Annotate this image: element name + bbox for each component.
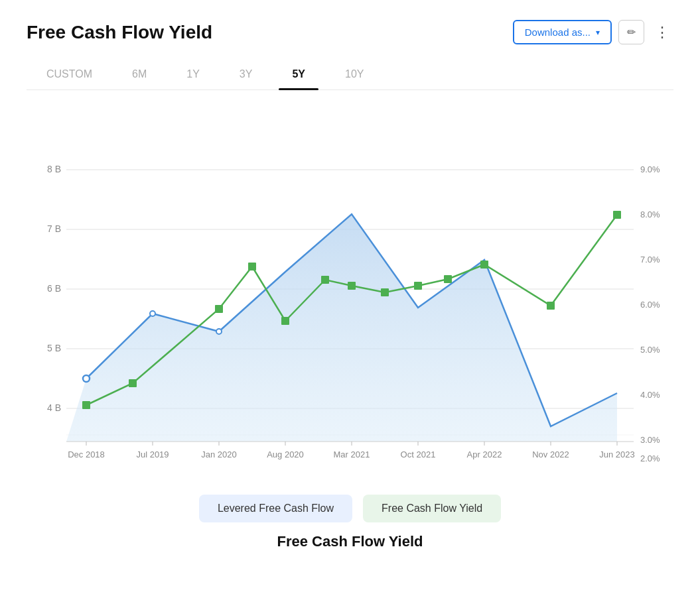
chart-svg: 8 B 7 B 6 B 5 B 4 B 9.0% 8.0% 7.0% 6.0% … xyxy=(27,103,673,475)
svg-rect-32 xyxy=(444,275,452,283)
svg-text:2.0%: 2.0% xyxy=(640,453,660,463)
svg-rect-25 xyxy=(215,305,223,313)
more-options-button[interactable]: ⋮ xyxy=(651,21,673,44)
svg-point-21 xyxy=(150,311,155,316)
svg-rect-24 xyxy=(129,379,137,387)
tab-1y[interactable]: 1Y xyxy=(167,63,220,90)
tab-3y[interactable]: 3Y xyxy=(220,63,273,90)
chart-legend: Levered Free Cash Flow Free Cash Flow Yi… xyxy=(27,495,673,522)
svg-rect-31 xyxy=(414,282,422,290)
svg-text:4 B: 4 B xyxy=(47,402,61,413)
svg-text:6.0%: 6.0% xyxy=(640,300,660,310)
time-range-tabs: CUSTOM 6M 1Y 3Y 5Y 10Y xyxy=(27,63,673,90)
chart-bottom-title: Free Cash Flow Yield xyxy=(27,533,673,550)
svg-text:Nov 2022: Nov 2022 xyxy=(532,450,569,459)
svg-text:4.0%: 4.0% xyxy=(640,390,660,400)
svg-text:Mar 2021: Mar 2021 xyxy=(334,450,370,459)
svg-rect-28 xyxy=(321,276,329,284)
svg-point-22 xyxy=(216,329,222,334)
svg-rect-23 xyxy=(82,401,90,409)
legend-fcf-yield[interactable]: Free Cash Flow Yield xyxy=(363,495,501,522)
svg-rect-26 xyxy=(248,263,256,270)
svg-text:9.0%: 9.0% xyxy=(640,164,660,174)
svg-marker-19 xyxy=(66,214,617,442)
download-label: Download as... xyxy=(525,27,591,38)
chart-title: Free Cash Flow Yield xyxy=(27,22,212,43)
header-actions: Download as... ▾ ✏ ⋮ xyxy=(513,20,673,44)
svg-rect-33 xyxy=(480,261,488,269)
svg-text:Oct 2021: Oct 2021 xyxy=(401,450,436,459)
legend-levered-fcf[interactable]: Levered Free Cash Flow xyxy=(199,495,352,522)
svg-point-20 xyxy=(83,375,90,382)
chevron-down-icon: ▾ xyxy=(596,28,600,37)
svg-text:Dec 2018: Dec 2018 xyxy=(68,450,105,459)
more-icon: ⋮ xyxy=(655,24,669,40)
tab-6m[interactable]: 6M xyxy=(112,63,167,90)
edit-button[interactable]: ✏ xyxy=(618,20,644,44)
svg-rect-35 xyxy=(613,211,621,219)
svg-text:7 B: 7 B xyxy=(47,223,61,234)
tab-5y[interactable]: 5Y xyxy=(272,63,325,90)
svg-rect-27 xyxy=(281,317,289,325)
svg-text:6 B: 6 B xyxy=(47,283,61,294)
svg-rect-34 xyxy=(547,302,555,310)
svg-text:8 B: 8 B xyxy=(47,164,61,174)
svg-text:5.0%: 5.0% xyxy=(640,345,660,355)
tab-custom[interactable]: CUSTOM xyxy=(27,63,112,90)
svg-text:5 B: 5 B xyxy=(47,343,61,353)
svg-text:7.0%: 7.0% xyxy=(640,255,660,265)
svg-text:Apr 2022: Apr 2022 xyxy=(467,450,502,459)
edit-icon: ✏ xyxy=(627,26,636,38)
svg-text:Jun 2023: Jun 2023 xyxy=(599,450,635,459)
svg-text:Jul 2019: Jul 2019 xyxy=(136,450,169,459)
legend-levered-fcf-label: Levered Free Cash Flow xyxy=(218,503,334,514)
page-header: Free Cash Flow Yield Download as... ▾ ✏ … xyxy=(27,20,673,44)
svg-text:Jan 2020: Jan 2020 xyxy=(201,450,237,459)
legend-fcf-yield-label: Free Cash Flow Yield xyxy=(382,503,482,514)
svg-text:Aug 2020: Aug 2020 xyxy=(267,450,304,459)
chart-container: 8 B 7 B 6 B 5 B 4 B 9.0% 8.0% 7.0% 6.0% … xyxy=(27,103,673,475)
download-button[interactable]: Download as... ▾ xyxy=(513,20,612,44)
tab-10y[interactable]: 10Y xyxy=(325,63,384,90)
svg-text:8.0%: 8.0% xyxy=(640,210,660,219)
svg-rect-30 xyxy=(381,288,389,296)
svg-text:3.0%: 3.0% xyxy=(640,435,660,445)
svg-rect-29 xyxy=(348,282,356,290)
